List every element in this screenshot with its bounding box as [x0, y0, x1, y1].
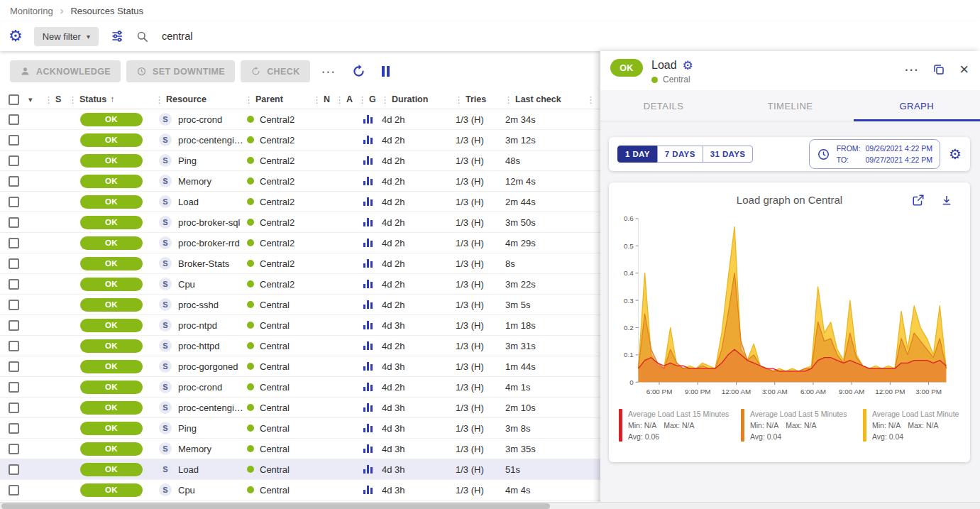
parent-name[interactable]: Central: [260, 444, 290, 454]
resource-name[interactable]: Memory: [178, 444, 211, 454]
resource-name[interactable]: Memory: [178, 176, 211, 187]
legend-item[interactable]: Average Load Last 15 MinutesMin: N/AMax:…: [619, 409, 732, 442]
resource-name[interactable]: Cpu: [178, 279, 195, 290]
row-checkbox[interactable]: [9, 197, 19, 207]
row-checkbox[interactable]: [9, 320, 19, 331]
search-input[interactable]: [160, 30, 458, 43]
drag-handle-icon[interactable]: ⋮: [358, 94, 367, 105]
parent-name[interactable]: Central2: [260, 279, 294, 290]
graph-icon[interactable]: [363, 136, 373, 144]
drag-handle-icon[interactable]: ⋮: [504, 94, 513, 105]
load-graph-chart[interactable]: 00.10.20.30.40.50.66:00 PM9:00 PM12:00 A…: [615, 210, 964, 407]
drag-handle-icon[interactable]: ⋮: [312, 94, 321, 105]
drag-handle-icon[interactable]: ⋮: [454, 94, 463, 105]
resource-name[interactable]: Cpu: [178, 485, 195, 496]
select-all-checkbox[interactable]: [9, 94, 19, 105]
resource-name[interactable]: proc-centengine: [178, 403, 244, 413]
resource-name[interactable]: proc-crond: [178, 382, 222, 393]
row-checkbox[interactable]: [9, 135, 19, 146]
graph-icon[interactable]: [363, 280, 373, 288]
refresh-icon[interactable]: [347, 64, 370, 79]
breadcrumb-item-monitoring[interactable]: Monitoring: [10, 6, 53, 16]
graph-icon[interactable]: [363, 444, 373, 453]
parent-name[interactable]: Central2: [260, 135, 294, 146]
resource-name[interactable]: Load: [178, 464, 199, 475]
row-checkbox[interactable]: [9, 485, 19, 496]
row-checkbox[interactable]: [9, 155, 19, 166]
column-header-resource[interactable]: ⋮Resource: [155, 94, 244, 105]
graph-icon[interactable]: [363, 383, 373, 391]
graph-icon[interactable]: [363, 115, 373, 124]
resource-name[interactable]: proc-sshd: [178, 300, 219, 310]
period-31-days-button[interactable]: 31 DAYS: [703, 146, 754, 163]
panel-more-actions-icon[interactable]: ⋯: [904, 62, 918, 77]
download-icon[interactable]: [940, 194, 953, 207]
set-downtime-button[interactable]: SET DOWNTIME: [126, 60, 235, 82]
column-header-s[interactable]: ⋮S: [44, 94, 68, 105]
parent-name[interactable]: Central: [260, 423, 290, 434]
resource-name[interactable]: Load: [178, 197, 199, 207]
column-header-status[interactable]: ⋮Status↑: [68, 94, 155, 105]
tab-timeline[interactable]: TIMELINE: [727, 90, 853, 121]
parent-name[interactable]: Central2: [260, 176, 294, 187]
column-header-g[interactable]: ⋮G: [358, 94, 380, 105]
column-header-duration[interactable]: ⋮Duration: [380, 94, 454, 105]
close-icon[interactable]: ×: [959, 62, 969, 77]
parent-name[interactable]: Central: [260, 320, 290, 331]
graph-icon[interactable]: [363, 465, 373, 474]
resource-name[interactable]: proc-broker-rrd: [178, 238, 240, 248]
row-checkbox[interactable]: [9, 176, 19, 187]
row-checkbox[interactable]: [9, 382, 19, 393]
custom-time-range[interactable]: FROM: 09/26/2021 4:22 PM TO: 09/27/2021 …: [809, 139, 940, 170]
resource-name[interactable]: Broker-Stats: [178, 258, 229, 269]
parent-name[interactable]: Central: [260, 403, 290, 413]
row-checkbox[interactable]: [9, 300, 19, 310]
period-7-days-button[interactable]: 7 DAYS: [657, 146, 703, 163]
parent-name[interactable]: Central: [260, 464, 290, 475]
row-checkbox[interactable]: [9, 279, 19, 290]
parent-name[interactable]: Central2: [260, 155, 294, 166]
resource-name[interactable]: proc-crond: [178, 114, 222, 125]
column-header-n[interactable]: ⋮N: [312, 94, 335, 105]
row-checkbox[interactable]: [9, 423, 19, 434]
drag-handle-icon[interactable]: ⋮: [244, 94, 253, 105]
resource-config-gear-icon[interactable]: ⚙: [683, 60, 693, 72]
graph-icon[interactable]: [363, 197, 373, 206]
graph-icon[interactable]: [363, 218, 373, 226]
drag-handle-icon[interactable]: ⋮: [155, 94, 164, 105]
resource-name[interactable]: proc-ntpd: [178, 320, 217, 331]
parent-name[interactable]: Central: [260, 361, 290, 372]
pause-icon[interactable]: [376, 66, 395, 77]
row-checkbox[interactable]: [9, 258, 19, 269]
check-button[interactable]: CHECK: [241, 60, 309, 82]
row-checkbox[interactable]: [9, 361, 19, 372]
resource-name[interactable]: proc-gorgoned: [178, 361, 238, 372]
parent-name[interactable]: Central: [260, 485, 290, 496]
column-header-tries[interactable]: ⋮Tries: [454, 94, 504, 105]
row-checkbox[interactable]: [9, 403, 19, 413]
tab-details[interactable]: DETAILS: [600, 90, 727, 121]
parent-name[interactable]: Central: [260, 341, 290, 351]
parent-name[interactable]: Central2: [260, 197, 294, 207]
graph-icon[interactable]: [363, 239, 373, 247]
graph-icon[interactable]: [363, 300, 373, 309]
graph-icon[interactable]: [363, 177, 373, 185]
graph-icon[interactable]: [363, 486, 373, 494]
new-filter-dropdown[interactable]: New filter ▾: [34, 27, 99, 46]
drag-handle-icon[interactable]: ⋮: [335, 94, 344, 105]
period-1-day-button[interactable]: 1 DAY: [617, 146, 658, 163]
advanced-filter-icon[interactable]: [110, 29, 124, 43]
horizontal-scrollbar[interactable]: [0, 502, 980, 509]
row-checkbox[interactable]: [9, 217, 19, 228]
parent-name[interactable]: Central: [260, 300, 290, 310]
row-checkbox[interactable]: [9, 464, 19, 475]
resource-name[interactable]: Ping: [178, 423, 197, 434]
column-header-last-check[interactable]: ⋮Last check: [504, 94, 586, 105]
graph-icon[interactable]: [363, 321, 373, 329]
graph-icon[interactable]: [363, 156, 373, 165]
column-header-a[interactable]: ⋮A: [335, 94, 358, 105]
scrollbar-thumb[interactable]: [1, 503, 550, 509]
parent-name[interactable]: Central: [260, 382, 290, 393]
legend-item[interactable]: Average Load Last 5 MinutesMin: N/AMax: …: [741, 409, 854, 442]
breadcrumb-item-resources-status[interactable]: Resources Status: [70, 6, 143, 16]
